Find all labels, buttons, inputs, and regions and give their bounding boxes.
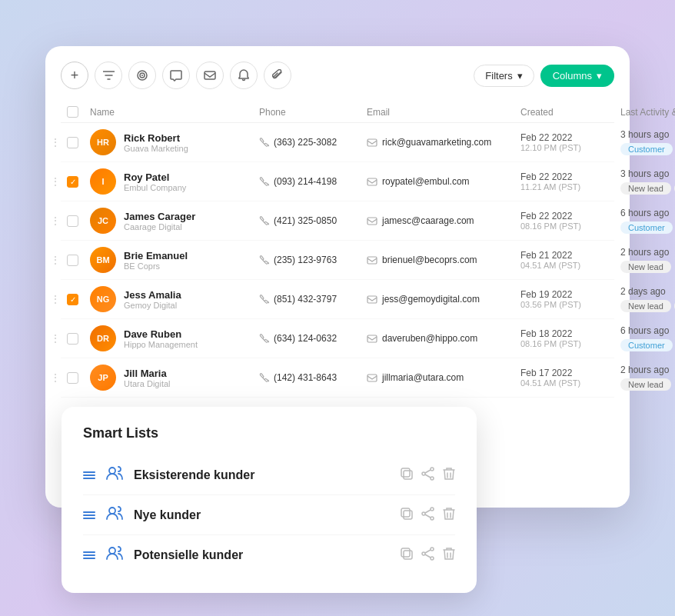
row-checkbox[interactable] — [67, 372, 90, 384]
created-cell: Feb 22 202212.10 PM (PST) — [520, 132, 620, 152]
row-checkbox[interactable] — [67, 176, 90, 188]
chat-button[interactable] — [162, 62, 190, 89]
activity-cell: 3 hours agoCustomer — [620, 129, 675, 155]
email-cell: jess@gemoydigital.com — [367, 294, 520, 305]
phone-cell: (363) 225-3082 — [259, 137, 367, 148]
delete-icon-2[interactable] — [443, 507, 455, 524]
contact-info: James CaragerCaarage Digital — [124, 211, 195, 231]
row-checkbox[interactable] — [67, 255, 90, 266]
tag: New lead — [620, 182, 671, 195]
email-header: Email — [367, 107, 520, 118]
phone-cell: (235) 123-9763 — [259, 255, 367, 265]
table-row[interactable]: ⋮HRRick RobertGuava Marketing(363) 225-3… — [61, 123, 614, 162]
svg-rect-8 — [367, 296, 377, 303]
smart-list-name-2: Nye kunder — [134, 508, 389, 522]
table-row[interactable]: ⋮JCJames CaragerCaarage Digital(421) 325… — [61, 201, 614, 241]
svg-rect-24 — [404, 551, 412, 559]
svg-point-2 — [141, 75, 143, 76]
created-cell: Feb 18 202208.16 PM (PST) — [520, 328, 620, 348]
user-group-icon-1 — [106, 466, 123, 484]
copy-icon-1[interactable] — [400, 467, 414, 484]
bell-button[interactable] — [230, 62, 258, 89]
svg-rect-5 — [367, 178, 377, 185]
smart-list-item-3: Potensielle kunder — [83, 535, 455, 574]
tag: Customer — [620, 143, 673, 155]
smart-list-actions-1 — [400, 467, 455, 484]
phone-cell: (142) 431-8643 — [259, 372, 367, 383]
drag-icon-2 — [83, 511, 95, 519]
svg-point-27 — [431, 557, 434, 560]
svg-rect-4 — [367, 139, 377, 146]
avatar: NG — [90, 286, 116, 312]
smart-list-item-1: Eksisterende kunder — [83, 455, 455, 495]
contact-info: Jess AmaliaGemoy Digital — [124, 289, 181, 310]
filters-dropdown-button[interactable]: Filters ▾ — [474, 65, 534, 87]
share-icon-3[interactable] — [421, 547, 435, 564]
tags: Customer — [620, 221, 675, 234]
activity-cell: 2 days agoNew lead+1 — [620, 286, 675, 312]
table-row[interactable]: ⋮IRoy PatelEmbul Company(093) 214-4198ro… — [61, 162, 614, 201]
avatar: JC — [90, 208, 116, 234]
email-cell: brienuel@becoprs.com — [367, 255, 520, 265]
svg-point-26 — [431, 548, 434, 551]
table-row[interactable]: ⋮NGJess AmaliaGemoy Digital(851) 432-379… — [61, 280, 614, 319]
tags: Customer — [620, 339, 675, 351]
svg-point-20 — [431, 508, 434, 511]
smart-list-name-1: Eksisterende kunder — [134, 468, 389, 482]
table-row[interactable]: ⋮JPJill MariaUtara Digital(142) 431-8643… — [61, 358, 614, 398]
activity-cell: 6 hours agoCustomer — [620, 325, 675, 351]
created-cell: Feb 22 202211.21 AM (PST) — [520, 171, 620, 191]
share-icon-1[interactable] — [421, 467, 435, 484]
contact-cell: IRoy PatelEmbul Company — [90, 168, 259, 195]
phone-cell: (421) 325-0850 — [259, 215, 367, 226]
drag-icon-3 — [83, 551, 95, 559]
tags: New lead+1 — [620, 182, 675, 195]
contact-cell: HRRick RobertGuava Marketing — [90, 129, 259, 155]
table-header: Name Phone Email Created Last Activity &… — [61, 102, 614, 123]
email-cell: jamesc@caarage.com — [367, 215, 520, 226]
svg-point-16 — [422, 472, 425, 475]
svg-rect-19 — [401, 508, 410, 517]
delete-icon-3[interactable] — [443, 547, 455, 564]
copy-icon-3[interactable] — [400, 547, 414, 564]
svg-rect-12 — [404, 471, 412, 479]
svg-rect-3 — [204, 72, 215, 79]
row-checkbox[interactable] — [67, 294, 90, 305]
add-button[interactable]: + — [61, 62, 88, 89]
email-cell: roypatel@embul.com — [367, 176, 520, 187]
paperclip-button[interactable] — [264, 62, 291, 89]
tags: Customer — [620, 143, 675, 155]
activity-cell: 2 hours agoNew lead — [620, 365, 675, 391]
contact-info: Brie EmanuelBE Coprs — [124, 250, 188, 271]
phone-cell: (851) 432-3797 — [259, 294, 367, 305]
smart-list-item-2: Nye kunder — [83, 495, 455, 535]
copy-icon-2[interactable] — [400, 507, 414, 524]
svg-point-17 — [109, 508, 115, 514]
columns-dropdown-button[interactable]: Columns ▾ — [540, 65, 614, 87]
table-row[interactable]: ⋮DRDave RubenHippo Management(634) 124-0… — [61, 319, 614, 358]
svg-rect-9 — [367, 335, 377, 342]
created-cell: Feb 19 202203.56 PM (PST) — [520, 289, 620, 309]
phone-header: Phone — [259, 107, 367, 118]
user-group-icon-3 — [106, 546, 123, 564]
email-cell: daveruben@hippo.com — [367, 333, 520, 344]
smart-list-actions-3 — [400, 547, 455, 564]
svg-point-11 — [109, 468, 115, 474]
row-checkbox[interactable] — [67, 333, 90, 345]
target-button[interactable] — [128, 62, 156, 89]
svg-rect-10 — [367, 375, 377, 381]
checkbox-header[interactable] — [67, 106, 90, 118]
svg-rect-7 — [367, 257, 377, 264]
share-icon-2[interactable] — [421, 507, 435, 524]
row-checkbox[interactable] — [67, 137, 90, 148]
table-row[interactable]: ⋮BMBrie EmanuelBE Coprs(235) 123-9763bri… — [61, 241, 614, 280]
svg-point-28 — [422, 552, 425, 555]
tag: New lead — [620, 261, 671, 273]
filter-button[interactable] — [95, 62, 122, 89]
delete-icon-1[interactable] — [443, 467, 455, 484]
created-header: Created — [520, 107, 620, 118]
email-button[interactable] — [196, 62, 224, 89]
activity-cell: 2 hours agoNew lead — [620, 247, 675, 273]
row-checkbox[interactable] — [67, 215, 90, 227]
svg-point-14 — [431, 468, 434, 471]
